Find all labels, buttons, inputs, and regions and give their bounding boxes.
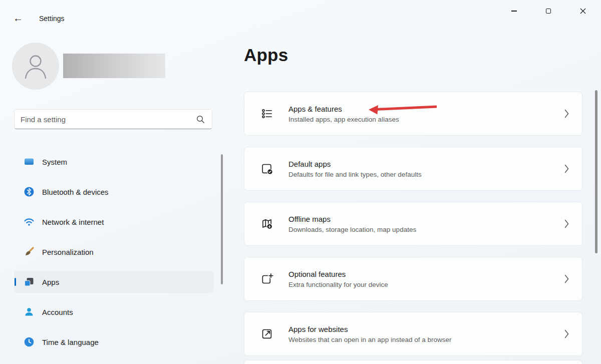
maximize-button[interactable] bbox=[537, 0, 560, 22]
card-title: Apps for websites bbox=[288, 325, 451, 333]
card-subtitle: Defaults for file and link types, other … bbox=[288, 171, 422, 178]
avatar[interactable] bbox=[12, 43, 59, 90]
person-outline-icon bbox=[24, 53, 47, 79]
sidebar-item-label: Accounts bbox=[42, 308, 73, 316]
clock-icon bbox=[23, 336, 35, 348]
chevron-right-icon bbox=[564, 109, 569, 118]
sidebar-item-label: Apps bbox=[42, 278, 59, 286]
card-subtitle: Installed apps, app execution aliases bbox=[288, 116, 399, 123]
sidebar-item-label: Bluetooth & devices bbox=[42, 188, 109, 196]
search-icon bbox=[196, 115, 205, 124]
window-title: Settings bbox=[39, 15, 65, 23]
sidebar-item-network-internet[interactable]: Network & internet bbox=[14, 211, 213, 233]
card-partial[interactable] bbox=[244, 360, 582, 364]
card-text: Offline maps Downloads, storage location… bbox=[288, 215, 416, 233]
sidebar-nav: System Bluetooth & devices Network & int… bbox=[14, 151, 213, 361]
chevron-right-icon bbox=[564, 164, 569, 173]
sidebar-scrollbar[interactable] bbox=[221, 154, 223, 284]
card-apps-for-websites[interactable]: Apps for websites Websites that can open… bbox=[244, 312, 582, 356]
settings-cards: Apps & features Installed apps, app exec… bbox=[244, 92, 582, 364]
display-icon bbox=[23, 156, 35, 168]
search-box bbox=[14, 109, 212, 129]
card-offline-maps[interactable]: Offline maps Downloads, storage location… bbox=[244, 202, 582, 246]
page-title: Apps bbox=[244, 45, 288, 65]
card-text: Optional features Extra functionality fo… bbox=[288, 270, 388, 288]
sidebar-item-accounts[interactable]: Accounts bbox=[14, 301, 213, 323]
sidebar-item-label: Personalization bbox=[42, 248, 94, 256]
sidebar-item-bluetooth-devices[interactable]: Bluetooth & devices bbox=[14, 181, 213, 203]
card-text: Default apps Defaults for file and link … bbox=[288, 160, 422, 178]
card-apps-features[interactable]: Apps & features Installed apps, app exec… bbox=[244, 92, 582, 136]
maximize-icon bbox=[546, 9, 551, 14]
card-title: Optional features bbox=[288, 270, 388, 278]
card-optional-features[interactable]: Optional features Extra functionality fo… bbox=[244, 257, 582, 301]
card-subtitle: Extra functionality for your device bbox=[288, 281, 388, 288]
minimize-button[interactable] bbox=[502, 0, 525, 22]
back-arrow-icon: ← bbox=[13, 13, 23, 24]
sidebar-item-system[interactable]: System bbox=[14, 151, 213, 173]
card-title: Apps & features bbox=[288, 105, 399, 113]
sidebar-item-label: Time & language bbox=[42, 338, 99, 346]
main-scrollbar[interactable] bbox=[595, 90, 597, 253]
search-input[interactable] bbox=[15, 115, 196, 124]
card-default-apps[interactable]: Default apps Defaults for file and link … bbox=[244, 147, 582, 191]
wifi-icon bbox=[23, 216, 35, 228]
card-text: Apps & features Installed apps, app exec… bbox=[288, 105, 399, 123]
back-button[interactable]: ← bbox=[10, 10, 26, 26]
apps-grid-icon bbox=[23, 276, 35, 288]
offline-maps-icon bbox=[260, 217, 273, 230]
chevron-right-icon bbox=[564, 329, 569, 338]
card-title: Default apps bbox=[288, 160, 422, 168]
paintbrush-icon bbox=[23, 246, 35, 258]
chevron-right-icon bbox=[564, 219, 569, 228]
card-subtitle: Websites that can open in an app instead… bbox=[288, 336, 451, 343]
sidebar-item-label: System bbox=[42, 158, 67, 166]
close-icon bbox=[580, 8, 586, 14]
card-text: Apps for websites Websites that can open… bbox=[288, 325, 451, 343]
user-name-redacted bbox=[63, 54, 165, 78]
apps-features-icon bbox=[260, 107, 273, 120]
card-title: Offline maps bbox=[288, 215, 416, 223]
selected-accent bbox=[15, 278, 16, 286]
chevron-right-icon bbox=[564, 274, 569, 283]
sidebar-item-label: Network & internet bbox=[42, 218, 104, 226]
settings-window: ← Settings bbox=[0, 0, 601, 364]
sidebar-item-time-language[interactable]: Time & language bbox=[14, 331, 213, 353]
default-apps-icon bbox=[260, 162, 273, 175]
minimize-icon bbox=[511, 11, 517, 11]
card-subtitle: Downloads, storage location, map updates bbox=[288, 226, 416, 233]
person-icon bbox=[23, 306, 35, 318]
optional-features-icon bbox=[260, 272, 273, 285]
bluetooth-icon bbox=[23, 186, 35, 198]
close-button[interactable] bbox=[571, 0, 594, 22]
apps-for-websites-icon bbox=[260, 327, 273, 340]
caption-controls bbox=[502, 0, 594, 22]
sidebar-item-apps[interactable]: Apps bbox=[14, 271, 213, 293]
sidebar-item-personalization[interactable]: Personalization bbox=[14, 241, 213, 263]
